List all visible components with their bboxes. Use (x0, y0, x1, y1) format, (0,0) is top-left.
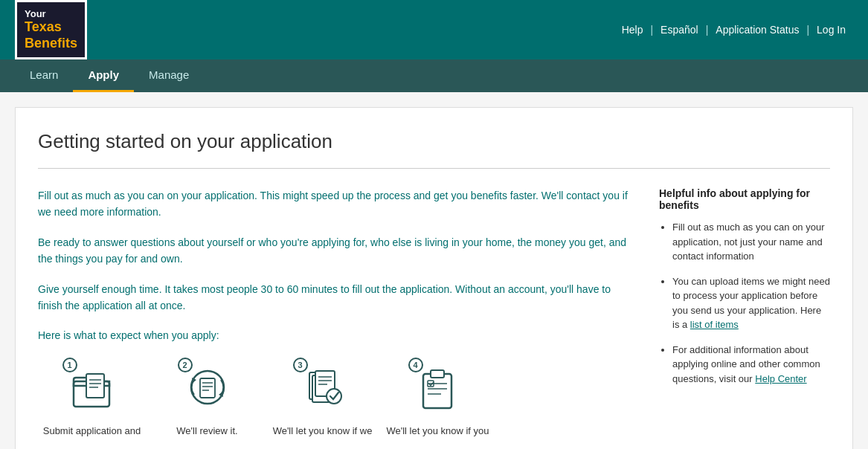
main-nav: Learn Apply Manage (0, 59, 868, 92)
tab-apply[interactable]: Apply (73, 59, 134, 92)
application-status-link[interactable]: Application Status (708, 24, 806, 36)
step-2-label: We'll review it. (176, 424, 237, 438)
step-2: 2 (153, 358, 261, 438)
steps-section: Here is what to expect when you apply: 1 (38, 327, 629, 438)
step-2-icon-wrap: 2 (178, 358, 237, 417)
paragraph-3: Give yourself enough time. It takes most… (38, 281, 629, 314)
step-3-number: 3 (293, 358, 308, 372)
page-header: Your Texas Benefits Help | Español | App… (0, 0, 868, 59)
tab-learn[interactable]: Learn (15, 59, 73, 92)
divider (38, 168, 830, 169)
step-3: 3 (269, 358, 376, 438)
step-3-icon-wrap: 3 (293, 358, 353, 417)
svg-point-18 (327, 389, 341, 404)
logo-texas: Texas (25, 19, 77, 36)
header-nav: Help | Español | Application Status | Lo… (614, 24, 853, 36)
sidebar-item-2: You can upload items we might need to pr… (672, 274, 830, 332)
sidebar-list: Fill out as much as you can on your appl… (659, 220, 830, 386)
steps-label: Here is what to expect when you apply: (38, 327, 629, 343)
site-logo[interactable]: Your Texas Benefits (15, 0, 87, 59)
svg-rect-1 (86, 374, 104, 398)
sidebar-item-3: For additional information about applyin… (672, 343, 830, 387)
page-title: Getting started on your application (38, 130, 830, 153)
step-1-number: 1 (62, 358, 77, 372)
step-4-label: We'll let you know if you (386, 424, 489, 438)
step-2-number: 2 (178, 358, 193, 372)
logo-your: Your (25, 8, 77, 20)
step-4-icon-wrap: 4 (408, 358, 468, 417)
tab-manage[interactable]: Manage (134, 59, 204, 92)
svg-rect-19 (423, 374, 451, 408)
step-1-icon-wrap: 1 (62, 358, 122, 417)
main-text-section: Fill out as much as you can on your appl… (38, 187, 629, 438)
main-content: Getting started on your application Fill… (15, 107, 853, 449)
list-of-items-link[interactable]: list of items (690, 319, 739, 330)
step-4-number: 4 (408, 358, 423, 372)
help-center-link[interactable]: Help Center (755, 373, 806, 384)
svg-rect-6 (200, 378, 215, 398)
step-3-label: We'll let you know if we (273, 424, 373, 438)
sidebar-title: Helpful info about applying for benefits (659, 187, 830, 211)
step-1: 1 Submit (38, 358, 146, 438)
sidebar: Helpful info about applying for benefits… (659, 187, 830, 438)
login-link[interactable]: Log In (809, 24, 853, 36)
step-1-label: Submit application and (43, 424, 141, 438)
sidebar-item-1: Fill out as much as you can on your appl… (672, 220, 830, 264)
step-4: 4 (384, 358, 492, 438)
paragraph-1: Fill out as much as you can on your appl… (38, 187, 629, 221)
content-area: Fill out as much as you can on your appl… (38, 187, 830, 438)
svg-rect-20 (431, 370, 444, 378)
help-link[interactable]: Help (614, 24, 651, 36)
logo-benefits: Benefits (25, 36, 77, 52)
paragraph-2: Be ready to answer questions about yours… (38, 234, 629, 268)
espanol-link[interactable]: Español (653, 24, 706, 36)
steps-row: 1 Submit (38, 358, 629, 438)
